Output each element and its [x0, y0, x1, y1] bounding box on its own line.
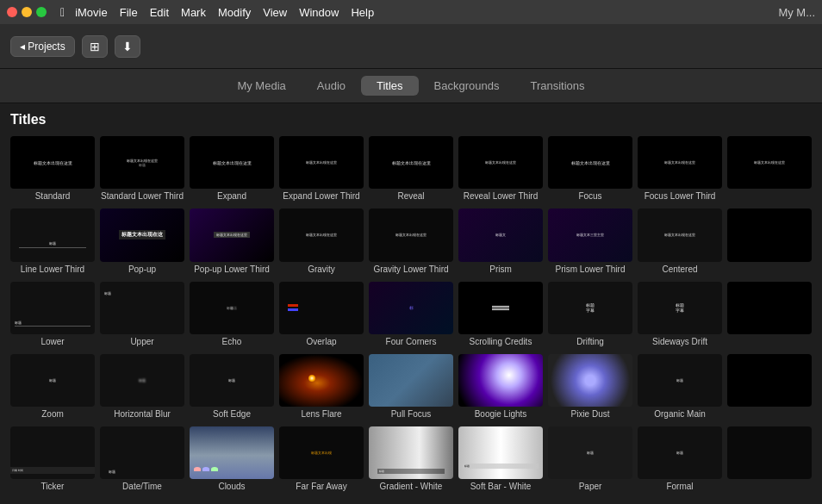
- thumb-inner: 标题文本出现在这里: [190, 136, 274, 189]
- tile-organic[interactable]: 标题 Organic Main: [638, 354, 722, 420]
- tile-label: Centered: [662, 264, 697, 275]
- content-area: Titles 标题文本出现在这里 Standard 标题文本出现在这里标题 St…: [0, 103, 822, 499]
- tile-ticker[interactable]: 日期 时间 Ticker: [10, 426, 95, 492]
- tile-extra5[interactable]: [727, 426, 812, 492]
- thumb-inner: 标题文本出现在这里: [279, 136, 364, 189]
- tile-thumbnail: 标题: [100, 426, 184, 479]
- tile-thumbnail: 标题: [100, 354, 184, 407]
- menu-modify[interactable]: Modify: [218, 6, 251, 19]
- tile-standard-lower[interactable]: 标题文本出现在这里标题 Standard Lower Third: [100, 136, 184, 202]
- tab-audio[interactable]: Audio: [302, 76, 361, 96]
- tile-label: Four Corners: [386, 337, 437, 347]
- tile-paper[interactable]: 标题 Paper: [548, 426, 632, 492]
- tile-thumbnail: [727, 208, 812, 261]
- tile-sideways[interactable]: 标题字幕 Sideways Drift: [638, 282, 722, 347]
- tile-soft-edge[interactable]: 标题 Soft Edge: [190, 354, 274, 420]
- tile-datetime[interactable]: 标题 Date/Time: [100, 426, 184, 492]
- tile-thumbnail: 标题文本出现在这里: [190, 208, 274, 261]
- minimize-button[interactable]: [22, 7, 32, 17]
- tile-extra3[interactable]: [727, 282, 812, 347]
- tile-label: Date/Time: [122, 482, 162, 492]
- tile-centered[interactable]: 标题文本出现在这里 Centered: [638, 208, 722, 274]
- menu-edit[interactable]: Edit: [150, 6, 169, 19]
- menu-mark[interactable]: Mark: [181, 6, 206, 19]
- tile-lens-flare[interactable]: Lens Flare: [279, 354, 364, 420]
- menu-help[interactable]: Help: [351, 6, 374, 19]
- tile-pull-focus[interactable]: Pull Focus: [369, 354, 453, 420]
- tile-lower[interactable]: 标题 Lower: [10, 282, 95, 347]
- tile-extra1[interactable]: 标题文本出现在这里: [727, 136, 812, 202]
- tile-thumbnail: 标题: [548, 426, 632, 479]
- thumb-inner: 标题: [369, 426, 453, 479]
- thumb-inner: 标题文本出现在这里: [190, 208, 274, 261]
- tile-reveal[interactable]: 标题文本出现在这里 Reveal: [369, 136, 453, 202]
- tile-gravity[interactable]: 标题文本出现在这里 Gravity: [279, 208, 364, 274]
- tile-expand-lower[interactable]: 标题文本出现在这里 Expand Lower Third: [279, 136, 364, 202]
- tile-gradient-white[interactable]: 标题 Gradient - White: [369, 426, 453, 492]
- tile-label: Soft Edge: [213, 409, 251, 420]
- tile-label: Pull Focus: [391, 409, 432, 420]
- tile-thumbnail: [458, 354, 543, 407]
- thumb-inner: 标题文本出现在这里标题: [100, 136, 184, 189]
- menu-imovie[interactable]: iMovie: [75, 6, 108, 19]
- thumb-inner: 标题: [548, 426, 632, 479]
- tile-label: Reveal Lower Third: [464, 191, 539, 202]
- tile-pixie[interactable]: Pixie Dust: [548, 354, 632, 420]
- grid-view-button[interactable]: ⊞: [82, 35, 108, 58]
- download-button[interactable]: ⬇: [115, 35, 140, 58]
- tile-extra4[interactable]: [727, 354, 812, 420]
- tile-thumbnail: 标题文本出现在这里: [279, 208, 364, 261]
- menu-window[interactable]: Window: [299, 6, 339, 19]
- tile-gravity-lower[interactable]: 标题文本出现在这里 Gravity Lower Third: [369, 208, 453, 274]
- tile-upper[interactable]: 标题 Upper: [100, 282, 184, 347]
- close-button[interactable]: [7, 7, 17, 17]
- tile-four-corners[interactable]: 标 Four Corners: [369, 282, 453, 347]
- traffic-lights: [7, 7, 47, 17]
- tile-drifting[interactable]: 标题字幕 Drifting: [548, 282, 632, 347]
- tile-thumbnail: 标题文本出现在这里: [10, 136, 95, 189]
- tile-echo[interactable]: 标题标题 Echo: [190, 282, 274, 347]
- tile-boogie[interactable]: Boogie Lights: [458, 354, 543, 420]
- menu-file[interactable]: File: [120, 6, 138, 19]
- tile-label: Drifting: [576, 337, 604, 347]
- fullscreen-button[interactable]: [36, 7, 47, 17]
- thumb-inner: [369, 354, 453, 407]
- tile-thumbnail: 标题: [190, 354, 274, 407]
- tile-reveal-lower[interactable]: 标题文本出现在这里 Reveal Lower Third: [458, 136, 543, 202]
- tile-prism-lower[interactable]: 标题文本三里主里 Prism Lower Third: [548, 208, 632, 274]
- tile-clouds[interactable]: Clouds: [190, 426, 274, 492]
- tile-softbar[interactable]: 标题 Soft Bar - White: [458, 426, 543, 492]
- tile-thumbnail: 标题文本出现在这里: [548, 136, 632, 189]
- tile-label: Horizontal Blur: [114, 409, 171, 420]
- tab-titles[interactable]: Titles: [361, 76, 419, 96]
- tile-hblur[interactable]: 标题 Horizontal Blur: [100, 354, 184, 420]
- nav-tabs: My Media Audio Titles Backgrounds Transi…: [0, 69, 822, 103]
- tile-expand[interactable]: 标题文本出现在这里 Expand: [190, 136, 274, 202]
- tile-zoom[interactable]: 标题 Zoom: [10, 354, 95, 420]
- tile-scrolling[interactable]: Scrolling Credits: [458, 282, 543, 347]
- projects-button[interactable]: ◂ Projects: [10, 36, 75, 57]
- tile-formal[interactable]: 标题 Formal: [638, 426, 722, 492]
- menu-view[interactable]: View: [263, 6, 287, 19]
- tile-focus-lower[interactable]: 标题文本出现在这里 Focus Lower Third: [638, 136, 722, 202]
- tile-standard[interactable]: 标题文本出现在这里 Standard: [10, 136, 95, 202]
- tile-thumbnail: 标题: [10, 282, 95, 334]
- tab-backgrounds[interactable]: Backgrounds: [419, 76, 515, 96]
- thumb-inner: [727, 282, 812, 334]
- tile-faraway[interactable]: 标题文本出现 Far Far Away: [279, 426, 364, 492]
- tile-focus[interactable]: 标题文本出现在这里 Focus: [548, 136, 632, 202]
- tab-transitions[interactable]: Transitions: [514, 76, 600, 96]
- thumb-inner: 标题文: [458, 208, 543, 261]
- tile-popup[interactable]: 标题文本出现在这 Pop-up: [100, 208, 184, 274]
- titles-grid: 标题文本出现在这里 Standard 标题文本出现在这里标题 Standard …: [10, 136, 812, 492]
- tile-overlap[interactable]: Overlap: [279, 282, 364, 347]
- tab-my-media[interactable]: My Media: [221, 76, 301, 96]
- tile-thumbnail: 日期 时间: [10, 426, 95, 479]
- tile-prism[interactable]: 标题文 Prism: [458, 208, 543, 274]
- tile-line-lower[interactable]: 标题 Line Lower Third: [10, 208, 95, 274]
- tile-label: Zoom: [41, 409, 64, 420]
- tile-thumbnail: 标题标题: [190, 282, 274, 334]
- thumb-inner: 标题文本出现在这里: [727, 136, 812, 189]
- tile-popup-lower[interactable]: 标题文本出现在这里 Pop-up Lower Third: [190, 208, 274, 274]
- tile-extra2[interactable]: [727, 208, 812, 274]
